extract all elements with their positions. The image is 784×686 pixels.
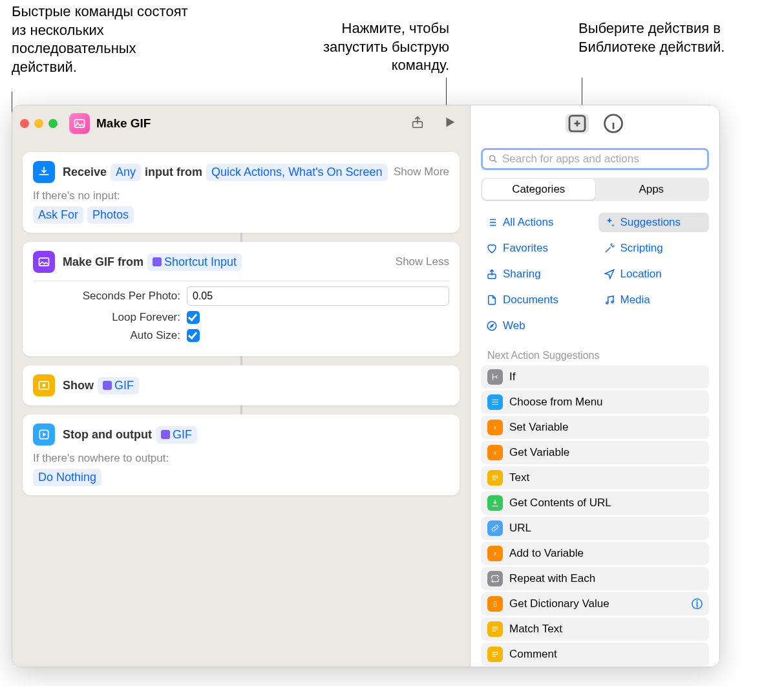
suggestion-text[interactable]: Text	[481, 466, 709, 489]
loop-checkbox[interactable]	[187, 311, 200, 324]
svg-point-11	[606, 302, 608, 304]
suggestion-add-to-variable[interactable]: xAdd to Variable	[481, 542, 709, 565]
token-shortcut-input[interactable]: Shortcut Input	[147, 253, 242, 271]
suggestion-icon	[487, 647, 503, 662]
category-label: Sharing	[503, 268, 541, 281]
suggestion-label: Choose from Menu	[509, 396, 603, 409]
svg-text:x: x	[493, 550, 497, 557]
share-button[interactable]	[410, 115, 425, 133]
workflow-canvas[interactable]: Receive Any input from Quick Actions, Wh…	[12, 142, 470, 506]
suggestion-icon	[487, 520, 503, 536]
search-input[interactable]	[502, 153, 702, 166]
svg-point-9	[490, 156, 495, 161]
library-tabs[interactable]: Categories Apps	[481, 178, 709, 201]
suggestion-get-variable[interactable]: xGet Variable	[481, 441, 709, 464]
suggestion-get-dictionary-value[interactable]: {}Get Dictionary Valueⓘ	[481, 592, 709, 616]
no-input-label: If there's no input:	[33, 189, 449, 202]
token-do-nothing[interactable]: Do Nothing	[33, 469, 101, 486]
autosize-checkbox[interactable]	[187, 329, 200, 342]
token-gif[interactable]: GIF	[98, 377, 139, 394]
category-label: Media	[620, 294, 650, 306]
show-less-toggle[interactable]: Show Less	[396, 255, 449, 268]
category-favorites[interactable]: Favorites	[481, 239, 592, 258]
category-location[interactable]: Location	[599, 264, 710, 284]
shortcut-icon[interactable]	[69, 113, 90, 134]
category-label: Documents	[503, 294, 558, 306]
details-toggle-button[interactable]	[602, 114, 625, 133]
category-label: Scripting	[620, 242, 663, 255]
category-media[interactable]: Media	[599, 290, 710, 310]
suggestion-get-contents-of-url[interactable]: Get Contents of URL	[481, 491, 709, 515]
suggestion-label: If	[509, 370, 515, 383]
action-make-gif[interactable]: Make GIF from Shortcut Input Show Less S…	[23, 242, 460, 356]
autosize-label: Auto Size:	[33, 329, 187, 342]
category-all-actions[interactable]: All Actions	[481, 213, 592, 232]
category-web[interactable]: Web	[481, 316, 592, 336]
run-button[interactable]	[443, 115, 457, 133]
suggestion-label: Get Variable	[509, 446, 569, 459]
titlebar: Make GIF	[12, 105, 470, 142]
suggestion-repeat-with-each[interactable]: Repeat with Each	[481, 567, 709, 590]
show-title: Show	[63, 379, 94, 392]
action-stop-output[interactable]: Stop and output GIF If there's nowhere t…	[23, 414, 460, 495]
category-sharing[interactable]: Sharing	[481, 264, 592, 284]
suggestion-icon	[487, 621, 503, 637]
suggestion-label: Set Variable	[509, 421, 568, 434]
tab-apps[interactable]: Apps	[595, 179, 708, 200]
svg-point-12	[611, 301, 613, 303]
show-more-toggle[interactable]: Show More	[394, 166, 449, 178]
category-list: All ActionsSuggestionsFavoritesScripting…	[481, 213, 709, 336]
suggestion-icon: {}	[487, 596, 503, 612]
minimize-button[interactable]	[34, 119, 43, 128]
tab-categories[interactable]: Categories	[482, 179, 595, 200]
connector	[240, 233, 242, 242]
token-gif-output[interactable]: GIF	[156, 426, 197, 444]
action-show[interactable]: Show GIF	[23, 365, 460, 405]
shortcut-title[interactable]: Make GIF	[96, 116, 410, 131]
search-icon	[488, 154, 498, 164]
suggestion-label: Text	[509, 471, 529, 484]
svg-text:x: x	[493, 424, 497, 431]
seconds-input[interactable]	[187, 286, 449, 306]
close-button[interactable]	[20, 119, 29, 128]
suggestion-comment[interactable]: Comment	[481, 643, 709, 666]
editor-pane: Make GIF Receive Any input f	[12, 105, 471, 667]
suggestion-label: Match Text	[509, 623, 562, 636]
seconds-label: Seconds Per Photo:	[33, 290, 187, 303]
svg-text:x: x	[493, 449, 497, 456]
window-controls	[20, 119, 58, 128]
suggestion-if[interactable]: If	[481, 365, 709, 389]
suggestion-icon	[487, 470, 503, 486]
param-seconds: Seconds Per Photo:	[33, 286, 449, 306]
search-field[interactable]	[481, 148, 709, 170]
token-ask-for[interactable]: Ask For	[33, 206, 83, 224]
suggestion-label: Add to Variable	[509, 547, 584, 560]
category-suggestions[interactable]: Suggestions	[599, 213, 710, 232]
svg-rect-0	[75, 120, 85, 127]
divider	[33, 281, 449, 281]
token-photos[interactable]: Photos	[87, 206, 134, 224]
token-sources[interactable]: Quick Actions, What's On Screen	[206, 164, 388, 181]
token-any[interactable]: Any	[111, 164, 141, 181]
callout-left: Быстрые команды состоят из нескольких по…	[12, 3, 193, 76]
param-loop: Loop Forever:	[33, 311, 449, 324]
receive-verb: Receive	[63, 166, 107, 179]
suggestion-icon	[487, 571, 503, 586]
suggestion-label: Comment	[509, 648, 557, 661]
info-icon[interactable]: ⓘ	[692, 597, 703, 612]
category-documents[interactable]: Documents	[481, 290, 592, 310]
library-toggle-button[interactable]	[566, 114, 589, 133]
maximize-button[interactable]	[48, 119, 58, 128]
action-receive-input[interactable]: Receive Any input from Quick Actions, Wh…	[23, 152, 460, 233]
category-scripting[interactable]: Scripting	[599, 239, 710, 258]
suggestion-label: Get Contents of URL	[509, 497, 611, 509]
receive-icon	[33, 161, 55, 183]
suggestion-url[interactable]: URL	[481, 517, 709, 540]
suggestion-set-variable[interactable]: xSet Variable	[481, 416, 709, 439]
suggestion-choose-from-menu[interactable]: Choose from Menu	[481, 391, 709, 414]
suggestion-match-text[interactable]: Match Text	[481, 617, 709, 641]
no-output-label: If there's nowhere to output:	[33, 452, 449, 465]
suggestions-list: IfChoose from MenuxSet VariablexGet Vari…	[481, 365, 709, 667]
svg-text:{}: {}	[493, 601, 497, 607]
loop-label: Loop Forever:	[33, 311, 187, 324]
